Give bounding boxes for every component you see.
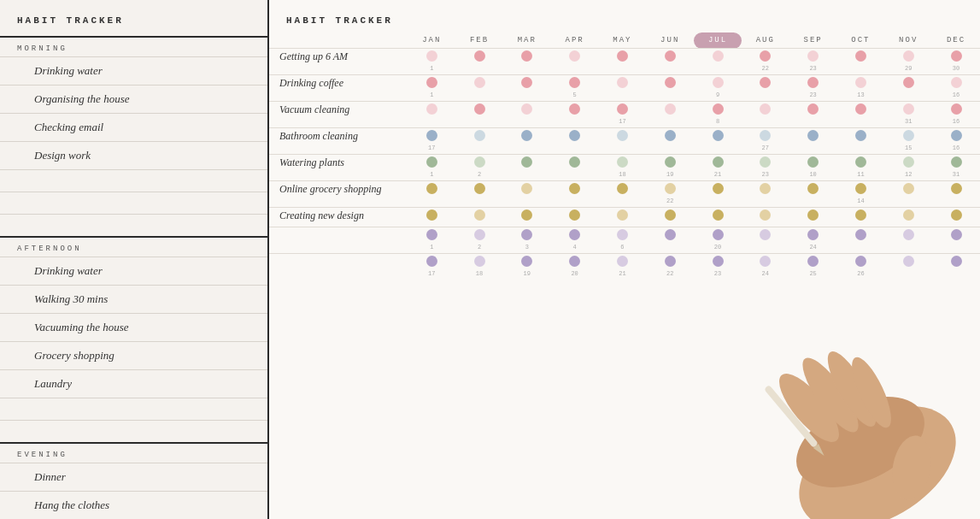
num-cell: 27	[742, 144, 789, 155]
habit-dot	[760, 256, 771, 267]
left-panel: HABIT TRACKER MORNING Drinking water Org…	[0, 0, 269, 519]
habit-dot	[903, 77, 914, 88]
dot-cell	[455, 254, 503, 271]
habit-dot	[951, 209, 962, 221]
tracker-table: JAN FEB MAR APR MAY JUN JUL AUG SEP OCT …	[269, 32, 980, 280]
num-cell	[599, 198, 647, 208]
dot-cell	[932, 128, 980, 145]
dot-cell	[646, 49, 694, 66]
habit-dot	[760, 103, 771, 115]
num-cell: 2	[455, 244, 503, 254]
habit-dot	[426, 183, 437, 194]
dot-cell	[837, 75, 885, 92]
num-cell: 20	[694, 244, 742, 254]
dot-cell	[694, 75, 742, 92]
habit-dot	[617, 156, 628, 168]
habit-dot	[807, 50, 819, 62]
num-cell: 24	[789, 244, 837, 254]
svg-point-5	[844, 352, 898, 432]
dot-cell	[408, 75, 455, 92]
svg-marker-7	[813, 444, 827, 458]
num-cell: 23	[789, 91, 837, 102]
num-cell: 22	[646, 198, 694, 208]
habit-dot	[569, 103, 580, 115]
habit-dot	[665, 77, 676, 88]
num-cell: 16	[932, 118, 980, 128]
afternoon-section: AFTERNOON Drinking water Walking 30 mins…	[0, 236, 267, 442]
habit-dot	[617, 256, 628, 267]
morning-section: MORNING Drinking water Organising the ho…	[0, 36, 267, 236]
habit-purple-1-sub: 1 2 3 4 6 20 24	[269, 244, 980, 254]
num-cell: 31	[932, 171, 980, 181]
habit-dot	[426, 50, 437, 62]
habit-text: Vacuuming the house	[34, 321, 128, 334]
habit-row: Walking 30 mins	[0, 285, 267, 313]
empty-sub	[269, 270, 408, 280]
empty-sub	[269, 118, 408, 128]
empty-row	[0, 420, 267, 442]
habit-dot	[951, 130, 962, 141]
habit-dot	[569, 156, 580, 168]
dot-cell	[551, 155, 599, 172]
habit-dot	[855, 77, 866, 88]
num-cell	[694, 65, 742, 75]
num-cell: 17	[408, 270, 455, 280]
dot-cell	[646, 254, 694, 271]
dot-cell	[742, 49, 789, 66]
num-cell: 22	[742, 65, 789, 75]
dot-cell	[599, 49, 647, 66]
num-cell	[551, 65, 599, 75]
habit-dot	[760, 77, 771, 88]
num-cell	[789, 118, 837, 128]
habit-name-getting-up: Getting up 6 AM	[269, 49, 408, 66]
num-cell: 23	[789, 65, 837, 75]
dot-cell	[646, 181, 694, 198]
habit-dot	[855, 183, 866, 194]
dot-cell	[789, 128, 837, 145]
num-cell: 1	[408, 244, 455, 254]
habit-row: Organising the house	[0, 85, 267, 113]
num-cell	[694, 144, 742, 155]
empty-sub	[269, 144, 408, 155]
dot-cell	[694, 128, 742, 145]
habit-dot	[474, 183, 485, 194]
num-cell	[837, 144, 885, 155]
dot-cell	[789, 181, 837, 198]
habit-dot	[569, 256, 580, 267]
habit-dot	[426, 130, 437, 141]
habit-dot	[855, 50, 866, 62]
habit-dot	[713, 229, 724, 240]
dot-cell	[455, 75, 503, 92]
month-header-row: JAN FEB MAR APR MAY JUN JUL AUG SEP OCT …	[269, 32, 980, 49]
num-cell	[551, 198, 599, 208]
dot-cell	[837, 155, 885, 172]
empty-row	[0, 214, 267, 236]
month-aug: AUG	[742, 32, 789, 49]
num-cell: 5	[551, 91, 599, 102]
habit-row: Vacuuming the house	[0, 313, 267, 341]
habit-dot	[665, 130, 676, 141]
habit-dot	[760, 156, 771, 168]
habit-vacuum: Vacuum cleaning	[269, 102, 980, 119]
habit-dot	[807, 103, 819, 115]
num-cell: 26	[837, 270, 885, 280]
habit-dot	[569, 130, 580, 141]
habit-dot	[713, 50, 724, 62]
dot-cell	[551, 75, 599, 92]
num-cell	[408, 198, 455, 208]
dot-cell	[551, 254, 599, 271]
num-cell: 10	[789, 171, 837, 181]
habit-dot	[665, 183, 676, 194]
dot-cell	[932, 208, 980, 225]
dot-cell	[932, 49, 980, 66]
habit-grocery-sub: 22 14	[269, 198, 980, 208]
num-cell	[932, 244, 980, 254]
dot-cell	[932, 181, 980, 198]
num-cell: 12	[884, 171, 932, 181]
dot-cell	[742, 254, 789, 271]
habit-dot	[760, 130, 771, 141]
dot-cell	[884, 254, 932, 271]
num-cell: 16	[932, 144, 980, 155]
num-cell	[503, 91, 551, 102]
habit-dot	[521, 256, 532, 267]
